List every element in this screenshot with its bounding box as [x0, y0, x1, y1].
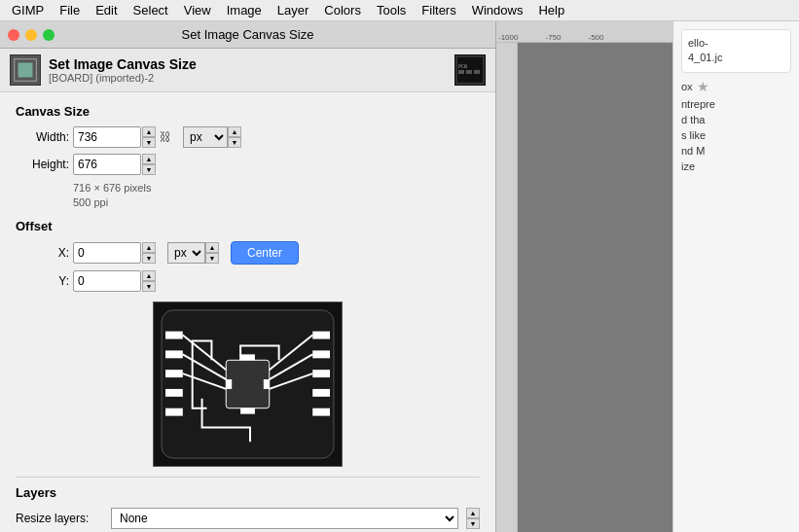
dialog-titlebar: Set Image Canvas Size	[0, 21, 495, 49]
panel-box-label: ox	[681, 81, 693, 92]
minimize-button[interactable]	[25, 29, 37, 41]
center-button[interactable]: Center	[231, 241, 299, 265]
dialog-body: Canvas Size Width: ▲ ▼ ⛓ px % in	[0, 92, 495, 532]
svg-text:PCB: PCB	[458, 63, 467, 69]
height-row: Height: ▲ ▼	[16, 154, 480, 175]
offset-unit-down[interactable]: ▼	[205, 253, 219, 264]
menu-windows[interactable]: Windows	[464, 0, 531, 21]
ruler-marks: -1000 -750 -500	[496, 21, 672, 42]
svg-rect-13	[165, 370, 183, 377]
menu-image[interactable]: Image	[219, 0, 270, 21]
panel-text-like: s like	[681, 129, 791, 141]
menu-edit[interactable]: Edit	[88, 0, 125, 21]
dialog-title: Set Image Canvas Size	[182, 27, 314, 42]
height-input-wrap: ▲ ▼	[73, 154, 160, 175]
layers-row: Resize layers: None All Layers Image-siz…	[16, 508, 480, 529]
canvas-preview	[153, 301, 343, 467]
svg-rect-30	[264, 379, 270, 389]
height-input[interactable]	[73, 154, 141, 175]
canvas-size-info: 716 × 676 pixels	[73, 181, 480, 195]
canvas-info: 716 × 676 pixels 500 ppi	[73, 181, 480, 211]
set-canvas-size-dialog: Set Image Canvas Size Set Image Canvas S…	[0, 21, 496, 532]
horizontal-ruler: -1000 -750 -500	[496, 21, 672, 43]
width-spin-down[interactable]: ▼	[142, 137, 156, 148]
svg-rect-28	[240, 354, 255, 360]
menu-layer[interactable]: Layer	[270, 0, 317, 21]
height-spinner: ▲ ▼	[142, 154, 156, 175]
offset-x-spinner: ▲ ▼	[142, 242, 156, 264]
menu-view[interactable]: View	[176, 0, 219, 21]
canvas-background	[518, 43, 672, 532]
svg-rect-18	[312, 370, 330, 377]
offset-x-spin-down[interactable]: ▼	[142, 253, 156, 264]
offset-y-label: Y:	[16, 274, 69, 288]
height-spin-up[interactable]: ▲	[142, 154, 156, 164]
menu-gimp[interactable]: GIMP	[4, 0, 52, 21]
offset-y-input[interactable]	[73, 270, 141, 292]
offset-y-row: Y: ▲ ▼	[16, 270, 480, 292]
menu-colors[interactable]: Colors	[316, 0, 369, 21]
offset-unit-select[interactable]: px % in	[167, 242, 205, 264]
maximize-button[interactable]	[43, 29, 54, 41]
menu-help[interactable]: Help	[530, 0, 572, 21]
preview-area	[16, 301, 480, 467]
right-panel: ello-4_01.jc ox ★ ntrepre d tha s like n…	[672, 21, 799, 532]
pcb-thumbnail: PCB	[454, 54, 486, 86]
layers-title: Layers	[16, 485, 480, 500]
offset-y-spin-down[interactable]: ▼	[142, 281, 156, 292]
layers-section: Layers Resize layers: None All Layers Im…	[16, 477, 480, 529]
svg-rect-29	[226, 379, 232, 389]
resize-layers-label: Resize layers:	[16, 512, 103, 525]
height-spin-down[interactable]: ▼	[142, 164, 156, 175]
offset-unit-wrap: px % in ▲ ▼	[167, 242, 219, 264]
svg-rect-31	[240, 408, 255, 413]
canvas-ppi-info: 500 ppi	[73, 195, 480, 210]
resize-layers-select[interactable]: None All Layers Image-sized Layers	[111, 508, 458, 529]
menu-tools[interactable]: Tools	[369, 0, 414, 21]
panel-card-1: ello-4_01.jc	[681, 29, 791, 73]
dialog-subtitle: [BOARD] (imported)-2	[49, 72, 197, 84]
unit-select-wrap: px % in mm ▲ ▼	[183, 126, 241, 148]
svg-rect-21	[226, 360, 269, 408]
resize-spin-wrap: ▲ ▼	[466, 508, 480, 529]
close-button[interactable]	[8, 29, 19, 41]
svg-rect-19	[312, 389, 330, 397]
star-icon: ★	[697, 79, 709, 94]
width-label: Width:	[16, 130, 69, 144]
width-input[interactable]	[73, 126, 141, 148]
menu-select[interactable]: Select	[126, 0, 176, 21]
chain-link-icon: ⛓	[160, 130, 171, 144]
width-spin-up[interactable]: ▲	[142, 126, 156, 137]
main-area: Set Image Canvas Size Set Image Canvas S…	[0, 21, 799, 532]
svg-rect-12	[165, 350, 183, 358]
right-area: -1000 -750 -500 ello-4_01.jc ox ★ ntrepr…	[496, 21, 799, 532]
resize-spin-up[interactable]: ▲	[466, 508, 480, 518]
offset-y-spin-up[interactable]: ▲	[142, 270, 156, 281]
panel-text-ndm: nd M	[681, 145, 791, 157]
offset-unit-up[interactable]: ▲	[205, 242, 219, 253]
width-row: Width: ▲ ▼ ⛓ px % in mm	[16, 126, 480, 148]
dialog-header: Set Image Canvas Size [BOARD] (imported)…	[0, 49, 495, 92]
svg-rect-20	[312, 408, 330, 415]
panel-text-size: ize	[681, 160, 791, 172]
offset-x-input[interactable]	[73, 242, 141, 264]
offset-y-spinner: ▲ ▼	[142, 270, 156, 292]
offset-section: Offset X: ▲ ▼ px % in	[16, 219, 480, 292]
svg-rect-8	[474, 70, 480, 74]
unit-spin-up[interactable]: ▲	[228, 126, 241, 137]
pcb-svg	[154, 302, 342, 466]
resize-spin-down[interactable]: ▼	[466, 518, 480, 529]
ruler-mark-1: -1000	[498, 34, 518, 42]
panel-text-1: ello-4_01.jc	[688, 36, 784, 66]
offset-x-wrap: ▲ ▼	[73, 242, 156, 264]
vertical-ruler	[496, 43, 518, 532]
unit-select[interactable]: px % in mm	[183, 126, 228, 148]
offset-x-label: X:	[16, 246, 69, 260]
unit-spin-down[interactable]: ▼	[228, 137, 241, 148]
menu-filters[interactable]: Filters	[414, 0, 463, 21]
svg-rect-16	[312, 331, 330, 338]
menu-bar: GIMP File Edit Select View Image Layer C…	[0, 0, 799, 21]
svg-rect-15	[165, 408, 183, 415]
offset-x-spin-up[interactable]: ▲	[142, 242, 156, 253]
menu-file[interactable]: File	[52, 0, 88, 21]
